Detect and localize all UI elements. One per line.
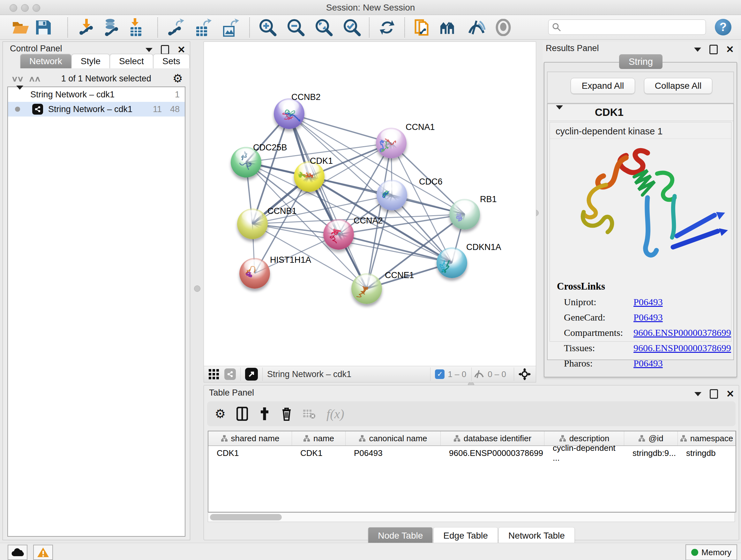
table-panel: Table Panel ✕ ⚙ f(x) shared namenamecano… xyxy=(204,385,739,540)
results-panel-title: Results Panel xyxy=(546,44,599,53)
warning-icon[interactable] xyxy=(33,545,53,560)
panel-menu-icon[interactable] xyxy=(694,48,701,52)
status-bar: Memory xyxy=(0,543,741,560)
collapse-all-button[interactable]: Collapse All xyxy=(644,78,712,94)
node-CCNE1[interactable] xyxy=(351,273,382,304)
crosslinks-block: CrossLinks Uniprot:P06493GeneCard:P06493… xyxy=(550,281,731,369)
node-CCNA1[interactable] xyxy=(376,128,407,159)
detach-view-icon[interactable] xyxy=(245,368,258,381)
tab-edge-table[interactable]: Edge Table xyxy=(433,527,498,544)
help-icon[interactable]: ? xyxy=(715,19,731,36)
crosslink-link[interactable]: P06493 xyxy=(633,312,663,323)
network-overview-icon[interactable] xyxy=(440,18,460,37)
save-session-icon[interactable] xyxy=(33,18,53,37)
node-CDKN1A[interactable] xyxy=(436,247,467,278)
panel-menu-icon[interactable] xyxy=(145,48,152,52)
export-network-icon[interactable] xyxy=(166,18,186,37)
close-panel-icon[interactable]: ✕ xyxy=(726,390,734,398)
import-table-icon[interactable] xyxy=(126,18,145,37)
network-options-gear-icon[interactable]: ⚙ xyxy=(173,72,183,85)
tab-string[interactable]: String xyxy=(619,54,663,69)
tab-style[interactable]: Style xyxy=(71,54,110,68)
zoom-out-icon[interactable] xyxy=(286,18,306,37)
expand-all-icon[interactable]: ∨∨ xyxy=(11,74,23,83)
open-session-icon[interactable] xyxy=(11,18,30,37)
tab-network[interactable]: Network xyxy=(20,54,71,68)
show-columns-icon[interactable] xyxy=(237,407,248,421)
export-image-icon[interactable] xyxy=(220,18,240,37)
table-cell: CDK1 xyxy=(292,446,346,460)
section-collapse-icon[interactable] xyxy=(556,110,563,115)
crosslink-link[interactable]: P06493 xyxy=(633,358,663,369)
current-network-name: String Network – cdk1 xyxy=(267,369,351,379)
crosslink-link[interactable]: P06493 xyxy=(633,297,663,307)
float-panel-icon[interactable] xyxy=(710,389,718,399)
node-CCNA2[interactable] xyxy=(323,219,354,250)
column-header-canonical-name[interactable]: canonical name xyxy=(346,431,441,445)
selected-count: 1 – 0 xyxy=(448,369,466,379)
node-CDC6[interactable] xyxy=(377,180,407,210)
selected-checkbox-icon[interactable]: ✓ xyxy=(435,369,445,379)
grid-view-icon[interactable] xyxy=(208,369,219,380)
clone-network-icon[interactable] xyxy=(413,18,433,37)
node-CCNB1[interactable] xyxy=(237,208,268,239)
import-database-icon[interactable] xyxy=(101,18,121,37)
zoom-fit-icon[interactable] xyxy=(314,18,334,37)
crosslink-link[interactable]: 9606.ENSP00000378699 xyxy=(633,327,731,338)
left-splitter-handle[interactable] xyxy=(194,286,200,292)
zoom-in-icon[interactable] xyxy=(258,18,278,37)
column-header-database-identifier[interactable]: database identifier xyxy=(441,431,544,445)
column-header-shared-name[interactable]: shared name xyxy=(208,431,292,445)
expand-all-button[interactable]: Expand All xyxy=(570,78,635,94)
edge-count: 48 xyxy=(170,105,180,114)
scrollbar-thumb[interactable] xyxy=(210,514,282,520)
network-view[interactable]: CCNB2CCNA1CDC25BCDK1CDC6RB1CCNB1CCNA2CDK… xyxy=(204,42,536,382)
hidden-eye-icon[interactable] xyxy=(474,369,484,379)
table-options-gear-icon[interactable]: ⚙ xyxy=(215,407,226,421)
delete-column-icon[interactable] xyxy=(281,407,292,421)
control-panel-tabs: NetworkStyleSelectSets xyxy=(20,54,190,68)
float-panel-icon[interactable] xyxy=(161,45,169,55)
tab-sets[interactable]: Sets xyxy=(153,54,190,68)
refresh-icon[interactable] xyxy=(377,18,397,37)
search-input[interactable] xyxy=(561,22,705,33)
network-share-view-icon[interactable] xyxy=(224,368,236,380)
table-hscrollbar[interactable] xyxy=(208,512,735,522)
node-RB1[interactable] xyxy=(449,199,480,230)
tab-network-table[interactable]: Network Table xyxy=(498,527,575,544)
column-header-namespace[interactable]: namespace xyxy=(678,431,736,445)
crosslink-link[interactable]: 9606.ENSP00000378699 xyxy=(633,343,731,354)
close-panel-icon[interactable]: ✕ xyxy=(726,46,734,53)
table-cell: stringdb xyxy=(678,446,736,460)
network-graph[interactable]: CCNB2CCNA1CDC25BCDK1CDC6RB1CCNB1CCNA2CDK… xyxy=(204,42,536,366)
import-network-icon[interactable] xyxy=(77,18,96,37)
create-column-icon[interactable] xyxy=(259,407,270,421)
node-label-HIST1H1A: HIST1H1A xyxy=(270,255,311,265)
float-panel-icon[interactable] xyxy=(710,45,718,54)
gene-description: cyclin-dependent kinase 1 xyxy=(550,122,731,139)
collection-name: String Network – cdk1 xyxy=(30,90,115,100)
close-panel-icon[interactable]: ✕ xyxy=(178,46,185,54)
network-collection-row[interactable]: String Network – cdk1 1 xyxy=(8,87,185,102)
hide-details-icon[interactable] xyxy=(467,18,486,37)
tab-node-table[interactable]: Node Table xyxy=(368,527,433,544)
export-table-icon[interactable] xyxy=(193,18,212,37)
tab-select[interactable]: Select xyxy=(110,54,153,68)
column-header--id[interactable]: @id xyxy=(624,431,678,445)
memory-button[interactable]: Memory xyxy=(685,544,737,560)
collapse-all-icon[interactable]: ∧∧ xyxy=(28,74,40,83)
show-details-icon[interactable] xyxy=(493,18,513,37)
memory-status-dot xyxy=(691,549,698,556)
node-CCNB2[interactable] xyxy=(274,98,305,129)
node-gloss xyxy=(381,129,401,141)
network-row[interactable]: String Network – cdk1 1148 xyxy=(8,102,185,117)
collapse-triangle-icon[interactable] xyxy=(16,90,23,100)
cloud-icon[interactable] xyxy=(8,545,27,560)
panel-menu-icon[interactable] xyxy=(694,392,701,396)
function-builder-icon: f(x) xyxy=(327,407,344,422)
node-HIST1H1A[interactable] xyxy=(239,258,270,289)
zoom-selected-icon[interactable] xyxy=(342,18,362,37)
table-row[interactable]: CDK1CDK1P064939606.ENSP00000378699cyclin… xyxy=(208,446,736,460)
column-header-name[interactable]: name xyxy=(292,431,346,445)
fit-selected-icon[interactable] xyxy=(519,368,531,380)
